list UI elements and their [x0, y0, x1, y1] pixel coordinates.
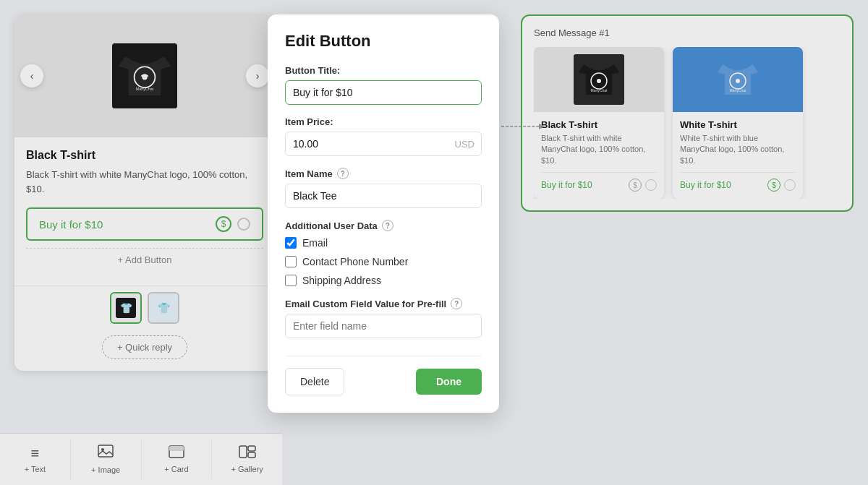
item-name-input[interactable] [285, 184, 482, 208]
additional-data-group: Additional User Data ? Email Contact Pho… [285, 220, 482, 286]
prefill-group: Email Custom Field Value for Pre-fill ? [285, 298, 482, 338]
done-button[interactable]: Done [416, 369, 482, 395]
prefill-input[interactable] [285, 314, 482, 338]
currency-label: USD [455, 139, 475, 150]
address-checkbox-item[interactable]: Shipping Address [285, 275, 482, 286]
prefill-label: Email Custom Field Value for Pre-fill ? [285, 298, 482, 309]
item-price-label: Item Price: [285, 116, 482, 127]
button-title-input[interactable] [285, 80, 482, 105]
edit-button-modal: Edit Button Button Title: Item Price: US… [268, 14, 499, 413]
modal-title: Edit Button [285, 32, 482, 51]
additional-data-help-icon[interactable]: ? [382, 220, 393, 231]
button-title-group: Button Title: [285, 65, 482, 105]
email-checkbox-label: Email [302, 237, 328, 249]
address-checkbox[interactable] [285, 275, 297, 286]
item-name-help-icon[interactable]: ? [337, 168, 349, 179]
item-name-label: Item Name ? [285, 168, 482, 179]
item-price-wrapper: USD [285, 132, 482, 156]
item-price-input[interactable] [285, 132, 482, 156]
item-name-group: Item Name ? [285, 168, 482, 208]
delete-button[interactable]: Delete [285, 368, 344, 395]
phone-checkbox-label: Contact Phone Number [302, 256, 408, 267]
item-price-group: Item Price: USD [285, 116, 482, 156]
address-checkbox-label: Shipping Address [302, 275, 381, 286]
email-checkbox-item[interactable]: Email [285, 237, 482, 249]
canvas: ManyChat ‹ › Black T-shirt Black T-shirt… [0, 0, 868, 485]
phone-checkbox-item[interactable]: Contact Phone Number [285, 256, 482, 267]
button-title-label: Button Title: [285, 65, 482, 76]
email-checkbox[interactable] [285, 237, 297, 249]
checkbox-group: Email Contact Phone Number Shipping Addr… [285, 237, 482, 286]
additional-data-label: Additional User Data ? [285, 220, 482, 231]
modal-footer: Delete Done [285, 356, 482, 395]
prefill-help-icon[interactable]: ? [451, 298, 462, 309]
phone-checkbox[interactable] [285, 256, 297, 267]
